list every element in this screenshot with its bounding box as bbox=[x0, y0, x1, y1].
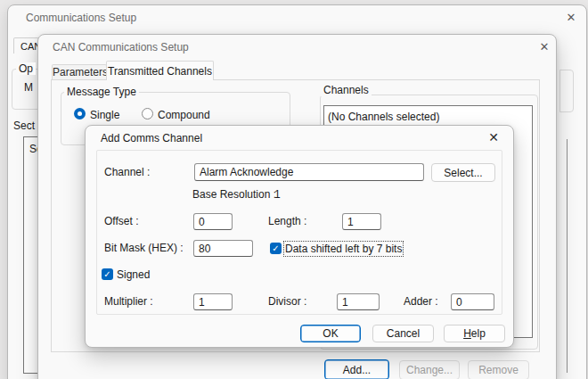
offset-label: Offset : bbox=[104, 213, 138, 230]
channel-label: Channel : bbox=[104, 163, 150, 181]
length-input[interactable] bbox=[342, 213, 381, 230]
channels-group-label: Channels bbox=[321, 84, 372, 96]
communications-setup-title: Communications Setup bbox=[26, 5, 136, 30]
tab-transmitted-channels[interactable]: Transmitted Channels bbox=[106, 61, 214, 80]
tab-can[interactable]: CAN bbox=[13, 37, 39, 54]
radio-compound[interactable] bbox=[142, 108, 153, 119]
change-button[interactable]: Change... bbox=[399, 360, 460, 379]
multiplier-label: Multiplier : bbox=[104, 293, 153, 310]
screen: Communications Setup ✕ CAN Op M Sect Se … bbox=[0, 0, 588, 379]
signed-checkbox-label[interactable]: Signed bbox=[117, 268, 150, 281]
channels-empty-text: (No Channels selected) bbox=[328, 111, 439, 123]
cancel-button[interactable]: Cancel bbox=[372, 325, 434, 342]
adder-input[interactable] bbox=[451, 293, 494, 310]
bit-mask-input[interactable] bbox=[193, 240, 253, 257]
close-icon[interactable]: ✕ bbox=[486, 130, 501, 144]
help-button-accelerator: H bbox=[463, 327, 471, 340]
radio-compound-label[interactable]: Compound bbox=[158, 109, 210, 121]
shift-checkbox-label[interactable]: Data shifted left by 7 bits bbox=[285, 243, 402, 255]
radio-single-label[interactable]: Single bbox=[90, 109, 119, 121]
radio-single[interactable] bbox=[74, 108, 86, 119]
background-group-label-fragment: Op bbox=[16, 62, 36, 75]
divisor-input[interactable] bbox=[337, 293, 380, 310]
remove-button[interactable]: Remove bbox=[468, 360, 529, 379]
multiplier-input[interactable] bbox=[193, 293, 233, 310]
add-comms-channel-dialog: Add Comms Channel ✕ Channel : Select... … bbox=[85, 125, 514, 348]
background-label-fragment: M bbox=[24, 81, 33, 94]
add-button[interactable]: Add... bbox=[324, 359, 389, 379]
base-resolution-label: Base Resolution : bbox=[192, 188, 276, 201]
adder-label: Adder : bbox=[404, 293, 438, 310]
close-icon[interactable]: ✕ bbox=[537, 40, 551, 54]
select-button[interactable]: Select... bbox=[431, 163, 495, 182]
signed-checkbox[interactable]: ✓ bbox=[102, 268, 113, 280]
background-right-list-edge bbox=[567, 139, 568, 373]
length-label: Length : bbox=[268, 213, 306, 230]
help-button-label-rest: elp bbox=[471, 327, 486, 340]
background-sections-label-fragment: Sect bbox=[13, 119, 35, 132]
message-type-group-label: Message Type bbox=[64, 86, 139, 98]
close-icon[interactable]: ✕ bbox=[564, 11, 578, 25]
add-dialog-title: Add Comms Channel bbox=[101, 126, 202, 151]
ok-button[interactable]: OK bbox=[300, 325, 361, 342]
channel-input[interactable] bbox=[194, 163, 424, 181]
divisor-label: Divisor : bbox=[268, 293, 306, 310]
help-button[interactable]: Help bbox=[444, 325, 505, 342]
base-resolution-value: 1 bbox=[274, 188, 281, 201]
shift-checkbox[interactable]: ✓ bbox=[270, 243, 282, 254]
background-right-group-fragment bbox=[559, 70, 574, 112]
bit-mask-label: Bit Mask (HEX) : bbox=[104, 240, 184, 257]
offset-input[interactable] bbox=[193, 213, 233, 230]
can-dialog-title: CAN Communications Setup bbox=[53, 35, 189, 60]
tab-parameters[interactable]: Parameters bbox=[52, 64, 107, 79]
